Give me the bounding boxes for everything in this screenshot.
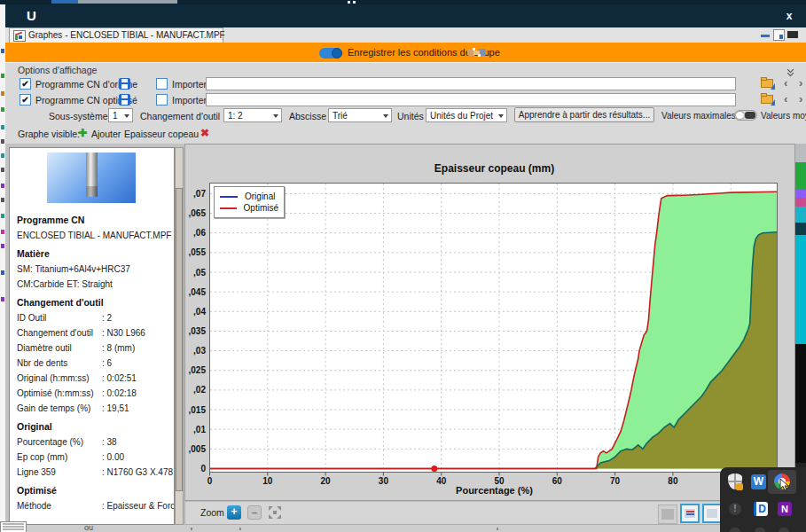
save-conditions-toggle[interactable] (319, 48, 342, 59)
subsystem-dropdown[interactable]: 1 (108, 108, 133, 122)
notification-icon[interactable]: ! (729, 503, 741, 515)
abscissa-dropdown[interactable]: Trié (328, 108, 392, 122)
background-bottom-strip (5, 525, 795, 532)
graph-chip-label: Epaisseur copeau (124, 129, 199, 139)
legend-swatch (220, 196, 238, 198)
zoom-in-button[interactable]: + (227, 505, 241, 520)
next-file-2-icon[interactable]: › (799, 93, 802, 105)
y-tick-label: ,055 (189, 247, 207, 257)
values-toggle[interactable] (734, 110, 757, 121)
info-row: ID Outil: 2 (17, 313, 169, 323)
add-graph-label[interactable]: Ajouter (91, 129, 121, 139)
y-tick-label: ,015 (189, 405, 207, 415)
collapse-panel-icon[interactable] (786, 66, 794, 74)
checkbox-programme-optimise[interactable]: ✔ (20, 94, 31, 106)
checkbox-programme-origine[interactable]: ✔ (20, 78, 31, 90)
chart-x-axis-label: Pourcentage (%) (209, 485, 779, 496)
chart-plot-area[interactable]: 0,005,01,015,02,025,03,035,04,045,05,055… (183, 183, 779, 489)
table-view-button[interactable] (680, 504, 700, 523)
chart-tab-icon (13, 30, 26, 42)
window-close-button[interactable]: x (782, 9, 796, 23)
add-graph-icon[interactable]: ✚ (78, 127, 87, 139)
partial-icon (730, 528, 740, 532)
shield-icon[interactable] (728, 473, 742, 489)
remove-graph-icon[interactable]: ✖ (200, 127, 209, 139)
legend-entry: Optimisé (220, 202, 278, 214)
prev-file-1-icon[interactable]: ‹ (784, 77, 787, 89)
checkbox-importer-2[interactable] (156, 94, 168, 106)
zoom-fit-icon[interactable] (268, 505, 282, 520)
export-image-button-disabled (658, 505, 677, 524)
tab-close-icon[interactable]: ✕ (207, 30, 215, 40)
y-tick-label: ,035 (189, 326, 207, 336)
detach-window-icon[interactable] (773, 29, 785, 41)
info-section-header: Optimisé (17, 485, 169, 496)
prev-file-2-icon[interactable]: ‹ (784, 93, 787, 105)
info-section-header: Original (17, 421, 169, 432)
minimize-icon[interactable] (761, 35, 770, 37)
y-tick-label: ,005 (189, 444, 207, 454)
display-options-title: Options d'affichage (18, 65, 97, 75)
title-bar (5, 4, 806, 27)
legend-entry: Original (220, 191, 278, 202)
tool-preview-image (47, 153, 136, 203)
info-row: CM:Carbide ET: Straight (17, 279, 169, 289)
tab-title: Graphes - ENCLOSED TIBIAL - MANUFACT.MPF (28, 30, 225, 40)
learn-from-results-button[interactable]: Apprendre à partir des résultats... (514, 107, 654, 122)
info-panel-scrollbar-thumb[interactable] (176, 188, 183, 491)
y-tick-label: ,04 (193, 307, 206, 317)
y-tick-label: ,045 (189, 287, 207, 297)
maximize-icon[interactable] (787, 31, 798, 38)
open-file-1-icon[interactable] (761, 77, 775, 89)
chart-title: Epaisseur copeau (mm) (209, 162, 779, 175)
background-partial-text: ou (84, 523, 93, 532)
tool-info-panel: Programme CNENCLOSED TIBIAL - MANUFACT.M… (9, 147, 175, 525)
info-row: Changement d'outil: N30 L966 (17, 328, 169, 338)
docs-icon[interactable]: D (754, 502, 768, 516)
y-tick-label: ,03 (193, 346, 206, 356)
handshake-icon (467, 45, 486, 59)
y-tick-label: ,02 (193, 385, 206, 395)
units-label: Unités (397, 111, 424, 121)
partial-icon (779, 528, 789, 532)
onenote-icon[interactable]: N (778, 502, 792, 516)
units-dropdown[interactable]: Unités du Projet (426, 108, 507, 122)
toolchange-dropdown[interactable]: 1: 2 (223, 108, 282, 122)
info-row: Original (h:mm:ss): 0:02:51 (17, 373, 169, 383)
next-file-1-icon[interactable]: › (799, 77, 802, 89)
y-tick-label: ,065 (189, 208, 207, 218)
partial-icon (755, 528, 765, 532)
abscissa-label: Abscisse (289, 111, 326, 121)
importer-2-field[interactable] (206, 93, 736, 106)
info-row: Diamètre outil: 8 (mm) (17, 343, 169, 353)
y-tick-label: ,05 (193, 268, 206, 278)
save-origin-icon[interactable] (119, 78, 130, 90)
screen: U x Graphes - ENCLOSED TIBIAL - MANUFACT… (0, 0, 806, 532)
y-tick-label: ,06 (193, 228, 206, 238)
info-row: Ligne 359: N1760 G3 X.478 Y30.109 (17, 467, 169, 477)
checkbox-importer-1[interactable] (156, 78, 168, 90)
image-view-button[interactable] (702, 504, 722, 523)
save-optimise-icon[interactable] (119, 94, 130, 106)
info-row: Gain de temps (%): 19,51 (17, 403, 169, 413)
y-tick-label: ,01 (193, 425, 206, 434)
toolchange-label: Changement d'outil (140, 111, 220, 121)
info-row: Pourcentage (%): 38 (17, 437, 169, 447)
y-tick-label: ,07 (193, 189, 206, 199)
open-file-2-icon[interactable] (761, 93, 775, 105)
info-row: ENCLOSED TIBIAL - MANUFACT.MPF (17, 231, 169, 240)
y-tick-label: 0 (200, 464, 206, 473)
chart-legend: OriginalOptimisé (214, 186, 285, 218)
word-icon[interactable]: W (751, 474, 766, 489)
info-row: Optimisé (h:mm:ss): 0:02:18 (17, 388, 169, 398)
info-section-header: Changement d'outil (17, 297, 169, 308)
background-mini-window (0, 521, 27, 532)
importer-1-field[interactable] (206, 77, 736, 90)
mouse-cursor (779, 479, 790, 491)
zoom-out-button[interactable]: – (247, 505, 262, 520)
info-row: SM: Titanium+6Al4v+HRC37 (17, 264, 169, 274)
max-values-label: Valeurs maximales (661, 111, 736, 121)
info-row: Nbr de dents: 6 (17, 358, 169, 368)
legend-swatch (220, 207, 237, 209)
info-row: Ep cop (mm): 0.00 (17, 452, 169, 462)
